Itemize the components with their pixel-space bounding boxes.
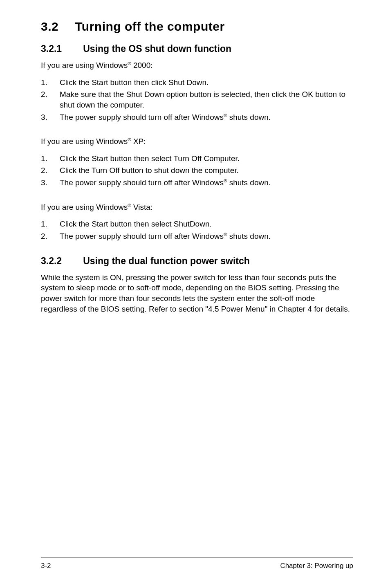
footer-row: 3-2 Chapter 3: Powering up (41, 562, 353, 570)
subsection-number: 3.2.2 (41, 256, 62, 267)
step-text: Click the Start button then click Shut D… (60, 77, 353, 88)
text: shuts down. (227, 113, 271, 121)
text: Vista: (131, 203, 152, 211)
text: The power supply should turn off after W… (60, 178, 224, 187)
step-number: 3. (41, 177, 60, 188)
step-text: Make sure that the Shut Down option butt… (60, 89, 353, 110)
registered-symbol: ® (128, 137, 131, 142)
step-number: 3. (41, 112, 60, 123)
footer-divider (41, 557, 353, 558)
step-number: 2. (41, 89, 60, 110)
list-item: 2. The power supply should turn off afte… (41, 231, 353, 242)
page-number: 3-2 (41, 562, 51, 570)
text: XP: (131, 137, 146, 146)
list-item: 3. The power supply should turn off afte… (41, 177, 353, 188)
steps-windows-2000: 1. Click the Start button then click Shu… (41, 77, 353, 123)
section-title: Turning off the computer (75, 20, 224, 33)
text: If you are using Windows (41, 203, 128, 211)
text: The power supply should turn off after W… (60, 232, 224, 240)
list-item: 3. The power supply should turn off afte… (41, 112, 353, 123)
list-item: 2. Click the Turn Off button to shut dow… (41, 165, 353, 176)
text: 2000: (131, 61, 153, 70)
step-text: The power supply should turn off after W… (60, 231, 353, 242)
subsection-title: Using the OS shut down function (83, 43, 231, 54)
step-text: The power supply should turn off after W… (60, 112, 353, 123)
subsection-heading: 3.2.2Using the dual function power switc… (41, 256, 353, 267)
page-footer: 3-2 Chapter 3: Powering up (41, 557, 353, 570)
step-text: The power supply should turn off after W… (60, 177, 353, 188)
chapter-label: Chapter 3: Powering up (280, 562, 353, 570)
step-number: 2. (41, 165, 60, 176)
step-number: 1. (41, 219, 60, 229)
intro-windows-vista: If you are using Windows® Vista: (41, 202, 353, 213)
section-heading: 3.2Turning off the computer (41, 20, 353, 34)
text: If you are using Windows (41, 61, 128, 70)
text: shuts down. (227, 232, 271, 240)
steps-windows-xp: 1. Click the Start button then select Tu… (41, 153, 353, 188)
section-number: 3.2 (41, 20, 58, 34)
body-paragraph: While the system is ON, pressing the pow… (41, 272, 353, 314)
step-number: 1. (41, 77, 60, 88)
step-text: Click the Start button then select Turn … (60, 153, 353, 164)
intro-windows-2000: If you are using Windows® 2000: (41, 60, 353, 71)
steps-windows-vista: 1. Click the Start button then select Sh… (41, 219, 353, 241)
registered-symbol: ® (128, 202, 131, 207)
list-item: 2. Make sure that the Shut Down option b… (41, 89, 353, 110)
text: The power supply should turn off after W… (60, 113, 224, 121)
step-text: Click the Start button then select ShutD… (60, 219, 353, 229)
list-item: 1. Click the Start button then select Sh… (41, 219, 353, 229)
step-text: Click the Turn Off button to shut down t… (60, 165, 353, 176)
step-number: 1. (41, 153, 60, 164)
intro-windows-xp: If you are using Windows® XP: (41, 136, 353, 147)
subsection-heading: 3.2.1Using the OS shut down function (41, 43, 353, 54)
text: If you are using Windows (41, 137, 128, 146)
registered-symbol: ® (128, 61, 131, 66)
subsection-title: Using the dual function power switch (83, 256, 250, 266)
list-item: 1. Click the Start button then select Tu… (41, 153, 353, 164)
list-item: 1. Click the Start button then click Shu… (41, 77, 353, 88)
text: shuts down. (227, 178, 271, 187)
step-number: 2. (41, 231, 60, 242)
subsection-number: 3.2.1 (41, 43, 62, 54)
